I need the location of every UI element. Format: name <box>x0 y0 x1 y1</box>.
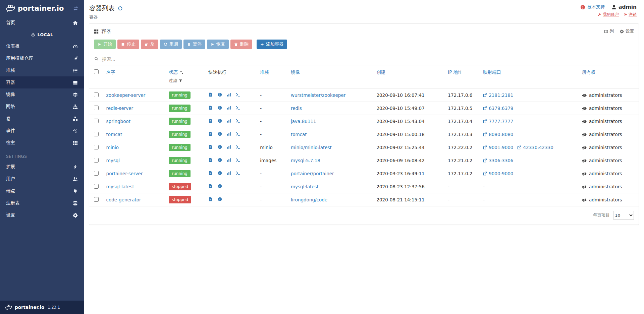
console-icon[interactable] <box>236 171 240 175</box>
restart-button[interactable]: 重启 <box>160 40 182 49</box>
image-link[interactable]: portainer/portainer <box>291 171 334 176</box>
sidebar-item-registries[interactable]: 注册表 <box>0 197 84 209</box>
row-select-checkbox[interactable] <box>94 145 99 149</box>
sidebar-item-extensions[interactable]: 扩展 <box>0 161 84 173</box>
sidebar-item-stacks[interactable]: 堆栈 <box>0 64 84 76</box>
sidebar-item-app-templates[interactable]: 应用模板仓库 <box>0 52 84 64</box>
console-icon[interactable] <box>236 145 240 149</box>
inspect-icon[interactable] <box>218 145 222 149</box>
stats-icon[interactable] <box>227 158 231 162</box>
state-filter-button[interactable]: 过滤 <box>169 78 182 84</box>
row-select-checkbox[interactable] <box>94 158 99 163</box>
published-port-link[interactable]: 3306:3306 <box>483 158 513 163</box>
row-select-checkbox[interactable] <box>94 119 99 123</box>
sidebar-collapse-icon[interactable] <box>73 6 78 11</box>
table-settings-button[interactable]: 设置 <box>620 28 634 34</box>
inspect-icon[interactable] <box>218 158 222 162</box>
published-port-link[interactable]: 2181:2181 <box>483 92 513 98</box>
select-all-checkbox[interactable] <box>94 69 99 74</box>
image-link[interactable]: wurstmeister/zookeeper <box>291 92 345 98</box>
row-select-checkbox[interactable] <box>94 106 99 110</box>
published-port-link[interactable]: 9000:9000 <box>483 171 513 176</box>
refresh-icon[interactable] <box>118 6 123 11</box>
kill-button[interactable]: 杀 <box>141 40 158 49</box>
inspect-icon[interactable] <box>218 197 222 201</box>
container-name-link[interactable]: mysql <box>106 158 120 163</box>
container-name-link[interactable]: portainer-server <box>106 171 143 176</box>
sidebar-item-home[interactable]: 首页 <box>0 17 84 29</box>
sidebar-item-images[interactable]: 镜像 <box>0 88 84 101</box>
inspect-icon[interactable] <box>218 132 222 136</box>
column-header-image[interactable]: 镜像 <box>291 69 300 75</box>
container-name-link[interactable]: redis-server <box>106 106 133 111</box>
image-link[interactable]: java:8u111 <box>291 119 316 124</box>
console-icon[interactable] <box>236 92 240 97</box>
row-select-checkbox[interactable] <box>94 184 99 189</box>
image-link[interactable]: mysql:latest <box>291 184 319 189</box>
row-select-checkbox[interactable] <box>94 92 99 97</box>
logs-icon[interactable] <box>208 197 213 201</box>
logs-icon[interactable] <box>208 171 213 175</box>
start-button[interactable]: 开始 <box>94 40 116 49</box>
logs-icon[interactable] <box>208 92 213 97</box>
logs-icon[interactable] <box>208 184 213 188</box>
row-select-checkbox[interactable] <box>94 171 99 176</box>
inspect-icon[interactable] <box>218 171 222 175</box>
sidebar-item-volumes[interactable]: 卷 <box>0 113 84 125</box>
sidebar-item-users[interactable]: 用户 <box>0 173 84 185</box>
sort-icon[interactable] <box>180 70 184 74</box>
sidebar-item-networks[interactable]: 网络 <box>0 101 84 113</box>
console-icon[interactable] <box>236 106 240 110</box>
container-name-link[interactable]: zookeeper-server <box>106 92 146 98</box>
column-header-stack[interactable]: 堆栈 <box>260 69 269 75</box>
stats-icon[interactable] <box>227 106 231 110</box>
published-port-link[interactable]: 8080:8080 <box>483 132 513 137</box>
published-port-link[interactable]: 6379:6379 <box>483 106 513 111</box>
portainer-logo-link[interactable]: portainer.io <box>5 4 64 12</box>
page-size-select[interactable]: 10 <box>613 211 634 220</box>
stats-icon[interactable] <box>227 132 231 136</box>
image-link[interactable]: lirongdong/code <box>291 197 327 202</box>
container-name-link[interactable]: springboot <box>106 119 130 124</box>
container-name-link[interactable]: tomcat <box>106 132 122 137</box>
stats-icon[interactable] <box>227 119 231 123</box>
column-header-ip[interactable]: IP 地址 <box>448 69 462 75</box>
console-icon[interactable] <box>236 132 240 136</box>
column-header-name[interactable]: 名字 <box>106 69 115 75</box>
published-port-link[interactable]: 7777:7777 <box>483 119 513 124</box>
image-link[interactable]: minio/minio:latest <box>291 145 332 150</box>
inspect-icon[interactable] <box>218 106 222 110</box>
stop-button[interactable]: 停止 <box>117 40 139 49</box>
stats-icon[interactable] <box>227 92 231 97</box>
logs-icon[interactable] <box>208 158 213 162</box>
logs-icon[interactable] <box>208 119 213 123</box>
inspect-icon[interactable] <box>218 92 222 97</box>
image-link[interactable]: tomcat <box>291 132 307 137</box>
my-account-link[interactable]: 我的账户 <box>598 12 619 17</box>
stats-icon[interactable] <box>227 171 231 175</box>
sidebar-item-containers[interactable]: 容器 <box>0 76 84 88</box>
columns-button[interactable]: 列 <box>604 28 614 34</box>
container-name-link[interactable]: code-generator <box>106 197 141 202</box>
add-container-button[interactable]: 添加容器 <box>257 40 287 49</box>
resume-button[interactable]: 恢复 <box>207 40 229 49</box>
row-select-checkbox[interactable] <box>94 197 99 202</box>
sidebar-item-settings[interactable]: 设置 <box>0 209 84 221</box>
row-select-checkbox[interactable] <box>94 132 99 136</box>
pause-button[interactable]: 暂停 <box>183 40 205 49</box>
logs-icon[interactable] <box>208 106 213 110</box>
image-link[interactable]: mysql:5.7.18 <box>291 158 320 163</box>
published-port-link[interactable]: 9001:9000 <box>483 145 513 150</box>
column-header-ports[interactable]: 映射端口 <box>483 69 501 75</box>
console-icon[interactable] <box>236 158 240 162</box>
sidebar-item-endpoints[interactable]: 端点 <box>0 185 84 197</box>
logout-link[interactable]: 注销 <box>624 12 637 17</box>
image-link[interactable]: redis <box>291 106 302 111</box>
support-link[interactable]: 技术支持 <box>580 4 605 10</box>
column-header-ownership[interactable]: 所有权 <box>582 69 596 75</box>
container-name-link[interactable]: mysql-latest <box>106 184 134 189</box>
stats-icon[interactable] <box>227 145 231 149</box>
container-name-link[interactable]: minio <box>106 145 119 150</box>
sidebar-item-dashboard[interactable]: 仪表板 <box>0 40 84 52</box>
logs-icon[interactable] <box>208 145 213 149</box>
